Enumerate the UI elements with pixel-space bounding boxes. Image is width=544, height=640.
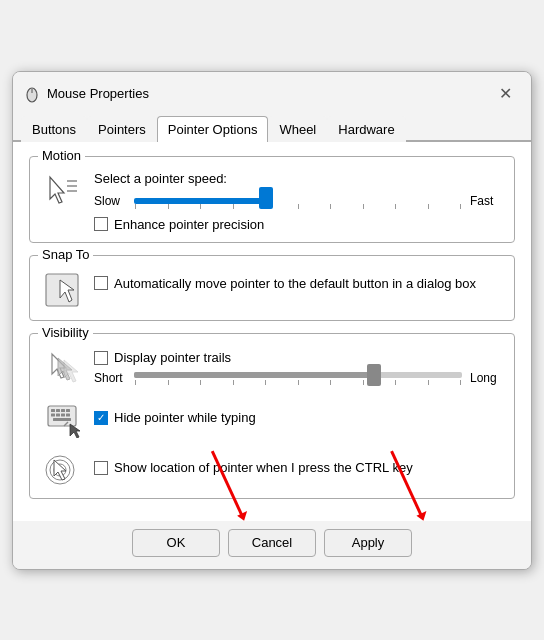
svg-rect-17: [56, 413, 60, 416]
tick: [330, 380, 331, 385]
tick: [298, 380, 299, 385]
snap-to-controls: Automatically move pointer to the defaul…: [94, 270, 502, 291]
trails-icon: [42, 348, 82, 388]
svg-rect-20: [53, 418, 71, 421]
slow-label: Slow: [94, 194, 126, 208]
svg-rect-19: [66, 413, 70, 416]
hide-typing-checkbox[interactable]: [94, 411, 108, 425]
visibility-controls: Display pointer trails Short: [42, 342, 502, 488]
footer: OK Cancel Apply: [13, 521, 531, 569]
tick: [395, 380, 396, 385]
motion-section-body: Select a pointer speed: Slow: [42, 165, 502, 232]
tick: [168, 204, 169, 209]
tick: [168, 380, 169, 385]
visibility-section: Visibility Display pointer t: [29, 333, 515, 499]
svg-marker-2: [50, 177, 64, 203]
auto-snap-checkbox[interactable]: [94, 276, 108, 290]
tick: [428, 204, 429, 209]
slider-fill: [134, 198, 272, 204]
enhance-precision-row: Enhance pointer precision: [94, 217, 502, 232]
tick: [460, 204, 461, 209]
speed-label: Select a pointer speed:: [94, 171, 502, 186]
tick: [265, 380, 266, 385]
tab-content: Motion Select a pointer speed: Slow: [13, 142, 531, 521]
speed-slider-thumb[interactable]: [259, 187, 273, 209]
fast-label: Fast: [470, 194, 502, 208]
show-ctrl-row: Show location of pointer when I press th…: [42, 448, 502, 488]
close-button[interactable]: ✕: [491, 80, 519, 108]
mouse-icon: [23, 85, 41, 103]
motion-section-title: Motion: [38, 148, 85, 163]
hide-typing-checkbox-row: Hide pointer while typing: [94, 410, 502, 425]
snap-to-section: Snap To Automatically move pointer to th…: [29, 255, 515, 321]
tick: [233, 380, 234, 385]
title-bar-left: Mouse Properties: [23, 85, 149, 103]
tick: [460, 380, 461, 385]
show-ctrl-label: Show location of pointer when I press th…: [114, 460, 413, 475]
show-ctrl-checkbox[interactable]: [94, 461, 108, 475]
tab-hardware[interactable]: Hardware: [327, 116, 405, 142]
long-label: Long: [470, 371, 502, 385]
tick: [363, 204, 364, 209]
trails-slider-fill: [134, 372, 380, 378]
hide-typing-row: Hide pointer while typing: [42, 398, 502, 438]
snap-to-section-title: Snap To: [38, 247, 93, 262]
tick: [298, 204, 299, 209]
tick: [135, 204, 136, 209]
trails-controls: Display pointer trails Short: [94, 350, 502, 385]
motion-section: Motion Select a pointer speed: Slow: [29, 156, 515, 243]
mouse-properties-dialog: Mouse Properties ✕ Buttons Pointers Poin…: [12, 71, 532, 570]
trails-row: Display pointer trails Short: [42, 348, 502, 388]
tab-pointer-options[interactable]: Pointer Options: [157, 116, 269, 142]
tick: [200, 204, 201, 209]
tick: [200, 380, 201, 385]
tab-wheel[interactable]: Wheel: [268, 116, 327, 142]
tick: [428, 380, 429, 385]
tab-buttons[interactable]: Buttons: [21, 116, 87, 142]
ok-button[interactable]: OK: [132, 529, 220, 557]
title-bar: Mouse Properties ✕: [13, 72, 531, 112]
cancel-button[interactable]: Cancel: [228, 529, 316, 557]
svg-rect-14: [61, 409, 65, 412]
svg-rect-12: [51, 409, 55, 412]
snap-to-body: Automatically move pointer to the defaul…: [42, 264, 502, 310]
svg-rect-18: [61, 413, 65, 416]
auto-snap-label: Automatically move pointer to the defaul…: [114, 276, 476, 291]
hide-typing-icon: [42, 398, 82, 438]
tick: [330, 204, 331, 209]
svg-rect-16: [51, 413, 55, 416]
tab-bar: Buttons Pointers Pointer Options Wheel H…: [13, 114, 531, 142]
motion-controls: Select a pointer speed: Slow: [94, 171, 502, 232]
tick: [363, 380, 364, 385]
tab-pointers[interactable]: Pointers: [87, 116, 157, 142]
short-label: Short: [94, 371, 126, 385]
auto-snap-row: Automatically move pointer to the defaul…: [94, 276, 502, 291]
trails-ticks: [134, 380, 462, 385]
trails-slider-thumb[interactable]: [367, 364, 381, 386]
show-ctrl-checkbox-row: Show location of pointer when I press th…: [94, 460, 502, 475]
tick: [233, 204, 234, 209]
trails-label: Display pointer trails: [114, 350, 231, 365]
enhance-precision-checkbox[interactable]: [94, 217, 108, 231]
apply-button[interactable]: Apply: [324, 529, 412, 557]
motion-icon: [42, 171, 82, 211]
snap-to-icon: [42, 270, 82, 310]
trails-checkbox-row: Display pointer trails: [94, 350, 502, 365]
trails-slider-container: [134, 372, 462, 385]
svg-marker-26: [54, 460, 66, 480]
window-title: Mouse Properties: [47, 86, 149, 101]
slider-ticks: [134, 204, 462, 209]
tick: [395, 204, 396, 209]
speed-slider-row: Slow: [94, 194, 502, 209]
svg-rect-15: [66, 409, 70, 412]
show-ctrl-icon: [42, 448, 82, 488]
enhance-precision-label: Enhance pointer precision: [114, 217, 264, 232]
trails-slider[interactable]: [134, 372, 462, 378]
trails-checkbox[interactable]: [94, 351, 108, 365]
visibility-section-title: Visibility: [38, 325, 93, 340]
trails-slider-row: Short: [94, 371, 502, 385]
tick: [135, 380, 136, 385]
svg-rect-13: [56, 409, 60, 412]
hide-typing-label: Hide pointer while typing: [114, 410, 256, 425]
